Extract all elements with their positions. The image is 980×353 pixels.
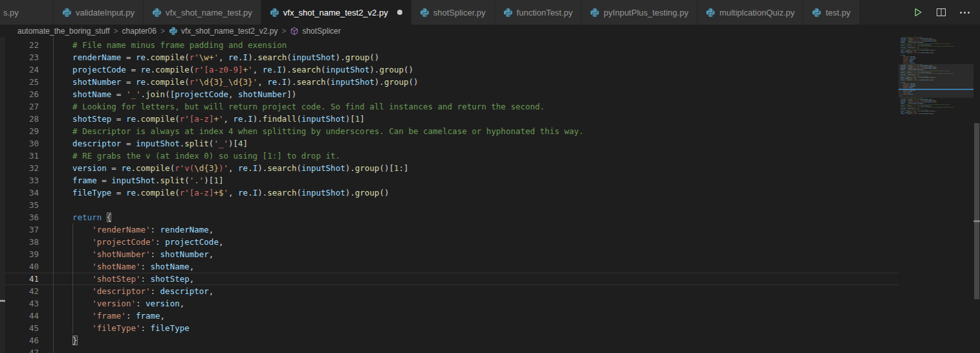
line-number[interactable]: 41 [5,273,39,285]
gutter: 2223242526272829303132333435363738394041… [5,39,39,353]
breadcrumb-label: chapter06 [122,27,157,36]
code-line-32[interactable]: version = re.compile(r'v(\d{3})', re.I).… [53,162,898,174]
python-icon [590,8,600,17]
tab-label: validateInput.py [76,8,135,17]
tab-vfx_shot_name_test2_v2.py[interactable]: vfx_shot_name_test2_v2.py [261,0,411,25]
tab-test.py[interactable]: test.py [803,0,859,25]
code-line-39[interactable]: 'shotNumber': shotNumber, [53,248,898,260]
code-line-28[interactable]: shotStep = re.compile(r'[a-z]+', re.I).f… [53,113,898,125]
code-line-44[interactable]: 'frame': frame, [53,310,898,322]
breadcrumb-item-vfx_shot_name_test2_v2.py[interactable]: vfx_shot_name_test2_v2.py [169,27,278,36]
line-number[interactable]: 27 [5,100,39,113]
code-line-23[interactable]: renderName = re.compile(r'\w+', re.I).se… [53,51,898,63]
split-editor-button[interactable] [935,6,948,19]
ellipsis-icon [960,12,970,14]
tab-label: vfx_shot_name_test.py [166,8,252,17]
line-number[interactable]: 38 [5,236,39,248]
code-line-31[interactable]: # RE grabs the v (at index 0) so using [… [53,150,898,162]
minimap[interactable]: # File name minus frame padding and exen… [898,37,974,353]
code-line-35[interactable] [53,199,898,211]
python-icon [152,8,162,17]
sidebar-drag-handle[interactable] [0,300,5,302]
code-line-36[interactable]: return { [53,211,898,223]
line-number[interactable]: 30 [5,137,39,150]
breadcrumb-label: automate_the_boring_stuff [17,27,110,36]
line-number[interactable]: 32 [5,162,39,174]
python-icon [270,8,279,17]
symbol-method-icon [290,27,299,36]
line-number[interactable]: 23 [5,51,39,63]
code-line-47[interactable] [53,347,898,353]
code-line-33[interactable]: frame = inputShot.split('.')[1] [53,174,898,187]
run-icon [915,9,921,16]
scrollbar[interactable] [974,37,980,353]
breadcrumb-item-chapter06[interactable]: chapter06 [122,27,157,36]
code-line-38[interactable]: 'projectCode': projectCode, [53,236,898,248]
code-line-43[interactable]: 'version': version, [53,297,898,310]
code-line-41[interactable]: 'shotStep': shotStep, [53,273,898,285]
line-number[interactable]: 47 [5,347,39,353]
breadcrumb-separator: > [160,27,165,36]
modified-indicator[interactable] [397,10,402,15]
minimap-content: # File name minus frame padding and exen… [898,37,974,115]
line-number[interactable]: 43 [5,297,39,310]
python-icon [169,27,178,36]
line-number[interactable]: 44 [5,310,39,322]
more-actions-button[interactable] [958,6,971,19]
tab-validateInput.py[interactable]: validateInput.py [54,0,144,25]
line-number[interactable]: 24 [5,63,39,76]
code-content[interactable]: # File name minus frame padding and exen… [53,39,898,353]
line-number[interactable]: 22 [5,39,39,51]
code-line-46[interactable]: } [53,334,898,347]
code-line-27[interactable]: # Looking for letters, but will return p… [53,100,898,113]
python-icon [62,8,72,17]
tab-vfx_shot_name_test.py[interactable]: vfx_shot_name_test.py [144,0,261,25]
tab-s.py[interactable]: s.py [0,0,54,25]
line-number[interactable]: 35 [5,199,39,211]
tab-functionTest.py[interactable]: functionTest.py [495,0,582,25]
code-line-24[interactable]: projectCode = re.compile(r'[a-z0-9]+', r… [53,63,898,76]
code-line-42[interactable]: 'descriptor': descriptor, [53,285,898,297]
code-line-25[interactable]: shotNumber = re.compile(r'\d{3}_\d{3}', … [53,76,898,88]
code-line-34[interactable]: fileType = re.compile(r'[a-z]+$', re.I).… [53,187,898,199]
line-number[interactable]: 28 [5,113,39,125]
line-number[interactable]: 45 [5,322,39,334]
scrollbar-slider[interactable] [974,123,979,299]
line-number[interactable]: 46 [5,334,39,347]
overview-ruler-cursor-mark [974,220,980,222]
run-button[interactable] [911,6,924,19]
code-line-37[interactable]: 'renderName': renderName, [53,223,898,236]
code-line-22[interactable]: # File name minus frame padding and exen… [53,39,898,51]
line-number[interactable]: 29 [5,125,39,137]
code-line-45[interactable]: 'fileType': fileType [53,322,898,334]
breadcrumb-label: vfx_shot_name_test2_v2.py [181,27,278,36]
code-line-40[interactable]: 'shotName': shotName, [53,260,898,273]
editor-actions [902,0,980,25]
breadcrumb-item-automate_the_boring_stuff[interactable]: automate_the_boring_stuff [17,27,110,36]
line-number[interactable]: 26 [5,88,39,100]
python-icon [420,8,430,17]
line-number[interactable]: 31 [5,150,39,162]
line-number[interactable]: 34 [5,187,39,199]
line-number[interactable]: 39 [5,248,39,260]
code-line-26[interactable]: shotName = '_'.join([projectCode, shotNu… [53,88,898,100]
tab-shotSplicer.py[interactable]: shotSplicer.py [411,0,495,25]
tab-multiplcationQuiz.py[interactable]: multiplcationQuiz.py [697,0,803,25]
tab-pyInputPlus_testing.py[interactable]: pyInputPlus_testing.py [582,0,697,25]
tab-label: test.py [825,8,850,17]
tab-label: vfx_shot_name_test2_v2.py [283,8,388,17]
line-number[interactable]: 42 [5,285,39,297]
breadcrumb-item-shotSplicer[interactable]: shotSplicer [290,27,340,36]
breadcrumb-label: shotSplicer [302,27,340,36]
line-number[interactable]: 25 [5,76,39,88]
vscode-window: s.pyvalidateInput.pyvfx_shot_name_test.p… [0,0,980,353]
line-number[interactable]: 37 [5,223,39,236]
code-line-29[interactable]: # Descriptor is always at index 4 when s… [53,125,898,137]
line-number[interactable]: 40 [5,260,39,273]
tab-label: multiplcationQuiz.py [719,8,794,17]
line-number[interactable]: 36 [5,211,39,223]
python-icon [503,8,513,17]
tab-label: functionTest.py [517,8,573,17]
line-number[interactable]: 33 [5,174,39,187]
code-line-30[interactable]: descriptor = inputShot.split('_')[4] [53,137,898,150]
